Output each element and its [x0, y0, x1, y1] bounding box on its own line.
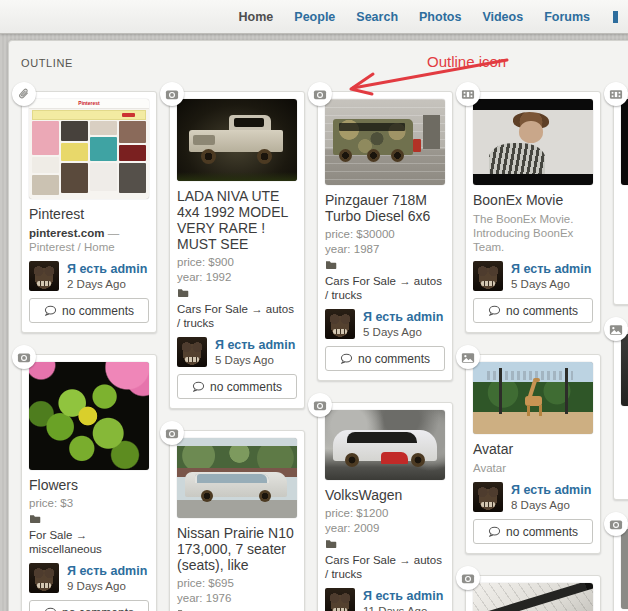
speech-bubble-icon	[340, 353, 353, 365]
avatar[interactable]	[29, 563, 59, 593]
camera-icon	[12, 345, 36, 369]
card-photo-pinterest[interactable]: Pinterest	[29, 99, 149, 199]
comments-button[interactable]: no comments	[473, 298, 593, 323]
card-title[interactable]: Nissan Prairie N10 173,000, 7 seater (se…	[177, 525, 297, 573]
picture-icon	[604, 317, 628, 341]
card-photo-nissan[interactable]	[177, 438, 297, 518]
folder-icon	[325, 539, 337, 549]
nav-item-people[interactable]: People	[294, 10, 335, 24]
card-photo-clipped[interactable]	[621, 529, 628, 609]
folder-icon	[177, 288, 189, 298]
author-link[interactable]: Я есть admin	[363, 310, 443, 324]
author-link[interactable]: Я есть admin	[511, 262, 591, 276]
price: price: $30000	[325, 228, 445, 240]
card-title[interactable]: LADA NIVA UTE 4x4 1992 MODEL VERY RARE !…	[177, 188, 297, 252]
card-title[interactable]: VolksWagen	[325, 487, 445, 503]
author-link[interactable]: Я есть admin	[215, 338, 295, 352]
avatar[interactable]	[177, 337, 207, 367]
main-nav: Home People Search Photos Videos Forums	[239, 0, 618, 33]
author-link[interactable]: Я есть admin	[67, 564, 147, 578]
nav-item-forums[interactable]: Forums	[544, 10, 590, 24]
avatar[interactable]	[325, 309, 355, 339]
post-date: 9 Days Ago	[67, 580, 147, 592]
pinterest-mini-banner	[32, 110, 146, 120]
post-date: 5 Days Ago	[363, 326, 443, 338]
card-title[interactable]: Avatar	[473, 441, 593, 457]
top-nav-bar: Home People Search Photos Videos Forums	[0, 0, 628, 34]
comments-label: no comments	[506, 304, 578, 318]
card-avatar: Avatar Avatar Я есть admin 8 Days Ago no…	[465, 354, 601, 554]
comments-label: no comments	[62, 606, 134, 611]
card-source: pinterest.com — Pinterest / Home	[29, 226, 149, 254]
folder-icon	[29, 514, 41, 524]
card-title[interactable]: BoonEx Movie	[473, 192, 593, 208]
year: year: 1987	[325, 243, 445, 255]
card-clipped-right-3	[613, 521, 628, 611]
post-date: 2 Days Ago	[67, 278, 147, 290]
comments-button[interactable]: no comments	[177, 374, 297, 399]
section-title: OUTLINE	[21, 57, 73, 69]
author-row: Я есть admin 8 Days Ago	[473, 482, 593, 512]
source-domain[interactable]: pinterest.com	[29, 227, 104, 239]
comments-button[interactable]: no comments	[473, 519, 593, 544]
category[interactable]: Cars For Sale → autos / trucks	[325, 538, 445, 581]
camera-icon	[160, 82, 184, 106]
card-photo-lada[interactable]	[177, 99, 297, 181]
category[interactable]: Cars For Sale → autos / trucks	[325, 259, 445, 302]
card-photo-boonex-video[interactable]	[473, 99, 593, 185]
card-photo-contract[interactable]: Cont for Sale	[473, 583, 593, 611]
card-lada: LADA NIVA UTE 4x4 1992 MODEL VERY RARE !…	[169, 91, 305, 409]
nav-item-clipped[interactable]	[613, 11, 618, 23]
picture-icon	[456, 345, 480, 369]
masonry-column-1: Pinterest Pinterest pinterest.com — Pint…	[21, 91, 157, 611]
comments-label: no comments	[62, 304, 134, 318]
avatar[interactable]	[29, 261, 59, 291]
nav-item-search[interactable]: Search	[356, 10, 398, 24]
author-link[interactable]: Я есть admin	[511, 483, 591, 497]
avatar[interactable]	[473, 261, 503, 291]
masonry-column-4: BoonEx Movie The BoonEx Movie. Introduci…	[465, 91, 601, 611]
card-title[interactable]: Flowers	[29, 477, 149, 493]
author-row: Я есть admin 2 Days Ago	[29, 261, 149, 291]
category-path: For Sale → miscellaneous	[29, 528, 149, 556]
card-photo-clipped[interactable]	[621, 334, 628, 406]
card-title[interactable]: Pinzgauer 718M Turbo Diesel 6x6	[325, 192, 445, 224]
author-row: Я есть admin 11 Days Ago	[325, 588, 445, 611]
comments-label: no comments	[358, 352, 430, 366]
card-pinterest: Pinterest Pinterest pinterest.com — Pint…	[21, 91, 157, 333]
post-date: 11 Days Ago	[363, 605, 443, 611]
nav-item-photos[interactable]: Photos	[419, 10, 461, 24]
price: price: $695	[177, 577, 297, 589]
card-title[interactable]: Pinterest	[29, 206, 149, 222]
card-description: Avatar	[473, 461, 593, 475]
category[interactable]: Cars For Sale → autos / trucks	[177, 287, 297, 330]
pinterest-mini-grid	[32, 121, 146, 196]
card-photo-clipped[interactable]	[621, 99, 628, 185]
comments-button[interactable]: no comments	[29, 600, 149, 611]
year: year: 1976	[177, 592, 297, 604]
camera-icon	[456, 566, 480, 590]
comments-button[interactable]: no comments	[325, 346, 445, 371]
card-photo-giraffe[interactable]	[473, 362, 593, 434]
camera-icon-outline-target	[308, 82, 332, 106]
folder-icon	[325, 260, 337, 270]
film-icon	[604, 82, 628, 106]
card-photo-volkswagen[interactable]	[325, 410, 445, 480]
nav-item-videos[interactable]: Videos	[482, 10, 523, 24]
price: price: $3	[29, 497, 149, 509]
card-photo-flowers[interactable]	[29, 362, 149, 470]
speech-bubble-icon	[488, 305, 501, 317]
masonry-column-3: Pinzgauer 718M Turbo Diesel 6x6 price: $…	[317, 91, 453, 611]
category[interactable]: For Sale → miscellaneous	[29, 513, 149, 556]
outline-panel: OUTLINE Outline icon Pinterest Pinterest	[8, 40, 628, 611]
card-photo-pinzgauer[interactable]	[325, 99, 445, 185]
year: year: 2009	[325, 522, 445, 534]
avatar[interactable]	[325, 588, 355, 611]
nav-item-home[interactable]: Home	[239, 10, 274, 24]
comments-button[interactable]: no comments	[29, 298, 149, 323]
post-date: 5 Days Ago	[511, 278, 591, 290]
author-link[interactable]: Я есть admin	[363, 589, 443, 603]
author-link[interactable]: Я есть admin	[67, 262, 147, 276]
post-date: 5 Days Ago	[215, 354, 295, 366]
avatar[interactable]	[473, 482, 503, 512]
